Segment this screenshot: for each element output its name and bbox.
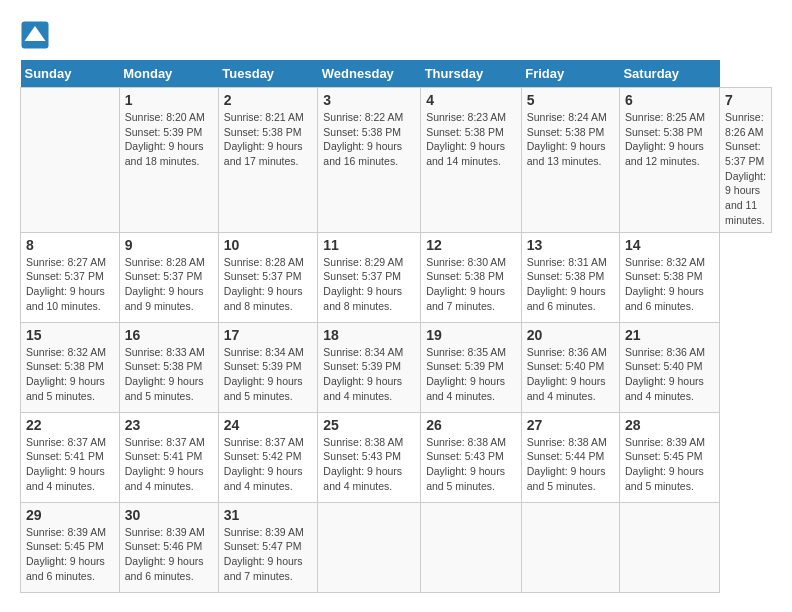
day-number: 6 [625, 92, 714, 108]
calendar-day-cell [318, 502, 421, 592]
day-number: 31 [224, 507, 313, 523]
day-number: 25 [323, 417, 415, 433]
logo-icon [20, 20, 50, 50]
day-info: Sunrise: 8:32 AM Sunset: 5:38 PM Dayligh… [625, 255, 714, 314]
calendar-day-cell: 28 Sunrise: 8:39 AM Sunset: 5:45 PM Dayl… [619, 412, 719, 502]
day-info: Sunrise: 8:39 AM Sunset: 5:46 PM Dayligh… [125, 525, 213, 584]
day-number: 29 [26, 507, 114, 523]
day-of-week-header: Tuesday [218, 60, 318, 88]
day-of-week-header: Saturday [619, 60, 719, 88]
day-info: Sunrise: 8:36 AM Sunset: 5:40 PM Dayligh… [625, 345, 714, 404]
calendar-day-cell: 18 Sunrise: 8:34 AM Sunset: 5:39 PM Dayl… [318, 322, 421, 412]
calendar-day-cell: 15 Sunrise: 8:32 AM Sunset: 5:38 PM Dayl… [21, 322, 120, 412]
day-info: Sunrise: 8:29 AM Sunset: 5:37 PM Dayligh… [323, 255, 415, 314]
day-info: Sunrise: 8:25 AM Sunset: 5:38 PM Dayligh… [625, 110, 714, 169]
day-number: 21 [625, 327, 714, 343]
day-info: Sunrise: 8:28 AM Sunset: 5:37 PM Dayligh… [224, 255, 313, 314]
calendar-day-cell: 3 Sunrise: 8:22 AM Sunset: 5:38 PM Dayli… [318, 88, 421, 233]
calendar-week-row: 29 Sunrise: 8:39 AM Sunset: 5:45 PM Dayl… [21, 502, 772, 592]
day-info: Sunrise: 8:23 AM Sunset: 5:38 PM Dayligh… [426, 110, 516, 169]
day-info: Sunrise: 8:38 AM Sunset: 5:44 PM Dayligh… [527, 435, 614, 494]
day-number: 5 [527, 92, 614, 108]
day-number: 8 [26, 237, 114, 253]
page-header [20, 20, 772, 50]
calendar-day-cell: 22 Sunrise: 8:37 AM Sunset: 5:41 PM Dayl… [21, 412, 120, 502]
calendar-day-cell [421, 502, 522, 592]
day-number: 28 [625, 417, 714, 433]
day-of-week-header: Sunday [21, 60, 120, 88]
day-info: Sunrise: 8:26 AM Sunset: 5:37 PM Dayligh… [725, 110, 766, 228]
calendar-week-row: 8 Sunrise: 8:27 AM Sunset: 5:37 PM Dayli… [21, 232, 772, 322]
day-number: 14 [625, 237, 714, 253]
calendar-day-cell: 7 Sunrise: 8:26 AM Sunset: 5:37 PM Dayli… [720, 88, 772, 233]
day-number: 2 [224, 92, 313, 108]
day-info: Sunrise: 8:32 AM Sunset: 5:38 PM Dayligh… [26, 345, 114, 404]
calendar-week-row: 1 Sunrise: 8:20 AM Sunset: 5:39 PM Dayli… [21, 88, 772, 233]
day-number: 13 [527, 237, 614, 253]
day-number: 17 [224, 327, 313, 343]
day-info: Sunrise: 8:28 AM Sunset: 5:37 PM Dayligh… [125, 255, 213, 314]
day-number: 24 [224, 417, 313, 433]
day-info: Sunrise: 8:38 AM Sunset: 5:43 PM Dayligh… [323, 435, 415, 494]
day-info: Sunrise: 8:20 AM Sunset: 5:39 PM Dayligh… [125, 110, 213, 169]
day-number: 10 [224, 237, 313, 253]
day-number: 1 [125, 92, 213, 108]
day-number: 27 [527, 417, 614, 433]
calendar-day-cell: 17 Sunrise: 8:34 AM Sunset: 5:39 PM Dayl… [218, 322, 318, 412]
day-info: Sunrise: 8:33 AM Sunset: 5:38 PM Dayligh… [125, 345, 213, 404]
calendar-day-cell: 20 Sunrise: 8:36 AM Sunset: 5:40 PM Dayl… [521, 322, 619, 412]
day-info: Sunrise: 8:22 AM Sunset: 5:38 PM Dayligh… [323, 110, 415, 169]
day-info: Sunrise: 8:37 AM Sunset: 5:42 PM Dayligh… [224, 435, 313, 494]
day-number: 23 [125, 417, 213, 433]
calendar-day-cell: 26 Sunrise: 8:38 AM Sunset: 5:43 PM Dayl… [421, 412, 522, 502]
day-info: Sunrise: 8:35 AM Sunset: 5:39 PM Dayligh… [426, 345, 516, 404]
calendar-day-cell: 9 Sunrise: 8:28 AM Sunset: 5:37 PM Dayli… [119, 232, 218, 322]
day-number: 22 [26, 417, 114, 433]
calendar-day-cell: 31 Sunrise: 8:39 AM Sunset: 5:47 PM Dayl… [218, 502, 318, 592]
day-number: 16 [125, 327, 213, 343]
calendar-day-cell [521, 502, 619, 592]
calendar-day-cell: 13 Sunrise: 8:31 AM Sunset: 5:38 PM Dayl… [521, 232, 619, 322]
day-info: Sunrise: 8:39 AM Sunset: 5:45 PM Dayligh… [625, 435, 714, 494]
calendar-day-cell: 25 Sunrise: 8:38 AM Sunset: 5:43 PM Dayl… [318, 412, 421, 502]
day-info: Sunrise: 8:36 AM Sunset: 5:40 PM Dayligh… [527, 345, 614, 404]
day-number: 30 [125, 507, 213, 523]
calendar-day-cell: 6 Sunrise: 8:25 AM Sunset: 5:38 PM Dayli… [619, 88, 719, 233]
day-info: Sunrise: 8:27 AM Sunset: 5:37 PM Dayligh… [26, 255, 114, 314]
calendar-day-cell [619, 502, 719, 592]
calendar-day-cell: 5 Sunrise: 8:24 AM Sunset: 5:38 PM Dayli… [521, 88, 619, 233]
calendar-day-cell: 27 Sunrise: 8:38 AM Sunset: 5:44 PM Dayl… [521, 412, 619, 502]
day-info: Sunrise: 8:30 AM Sunset: 5:38 PM Dayligh… [426, 255, 516, 314]
day-info: Sunrise: 8:24 AM Sunset: 5:38 PM Dayligh… [527, 110, 614, 169]
day-info: Sunrise: 8:38 AM Sunset: 5:43 PM Dayligh… [426, 435, 516, 494]
day-info: Sunrise: 8:37 AM Sunset: 5:41 PM Dayligh… [125, 435, 213, 494]
calendar-week-row: 22 Sunrise: 8:37 AM Sunset: 5:41 PM Dayl… [21, 412, 772, 502]
calendar-day-cell: 16 Sunrise: 8:33 AM Sunset: 5:38 PM Dayl… [119, 322, 218, 412]
day-number: 18 [323, 327, 415, 343]
day-info: Sunrise: 8:39 AM Sunset: 5:47 PM Dayligh… [224, 525, 313, 584]
calendar-day-cell: 1 Sunrise: 8:20 AM Sunset: 5:39 PM Dayli… [119, 88, 218, 233]
calendar-day-cell: 30 Sunrise: 8:39 AM Sunset: 5:46 PM Dayl… [119, 502, 218, 592]
calendar-day-cell: 24 Sunrise: 8:37 AM Sunset: 5:42 PM Dayl… [218, 412, 318, 502]
day-number: 20 [527, 327, 614, 343]
day-number: 19 [426, 327, 516, 343]
logo [20, 20, 54, 50]
calendar-day-cell: 14 Sunrise: 8:32 AM Sunset: 5:38 PM Dayl… [619, 232, 719, 322]
day-info: Sunrise: 8:39 AM Sunset: 5:45 PM Dayligh… [26, 525, 114, 584]
day-info: Sunrise: 8:31 AM Sunset: 5:38 PM Dayligh… [527, 255, 614, 314]
day-number: 3 [323, 92, 415, 108]
day-number: 12 [426, 237, 516, 253]
calendar-day-cell: 4 Sunrise: 8:23 AM Sunset: 5:38 PM Dayli… [421, 88, 522, 233]
day-number: 15 [26, 327, 114, 343]
calendar-day-cell: 12 Sunrise: 8:30 AM Sunset: 5:38 PM Dayl… [421, 232, 522, 322]
day-number: 7 [725, 92, 766, 108]
day-info: Sunrise: 8:34 AM Sunset: 5:39 PM Dayligh… [323, 345, 415, 404]
calendar-day-cell: 2 Sunrise: 8:21 AM Sunset: 5:38 PM Dayli… [218, 88, 318, 233]
day-of-week-header: Thursday [421, 60, 522, 88]
calendar-day-cell [21, 88, 120, 233]
day-of-week-header: Monday [119, 60, 218, 88]
day-number: 9 [125, 237, 213, 253]
calendar-day-cell: 21 Sunrise: 8:36 AM Sunset: 5:40 PM Dayl… [619, 322, 719, 412]
calendar-day-cell: 8 Sunrise: 8:27 AM Sunset: 5:37 PM Dayli… [21, 232, 120, 322]
day-number: 4 [426, 92, 516, 108]
